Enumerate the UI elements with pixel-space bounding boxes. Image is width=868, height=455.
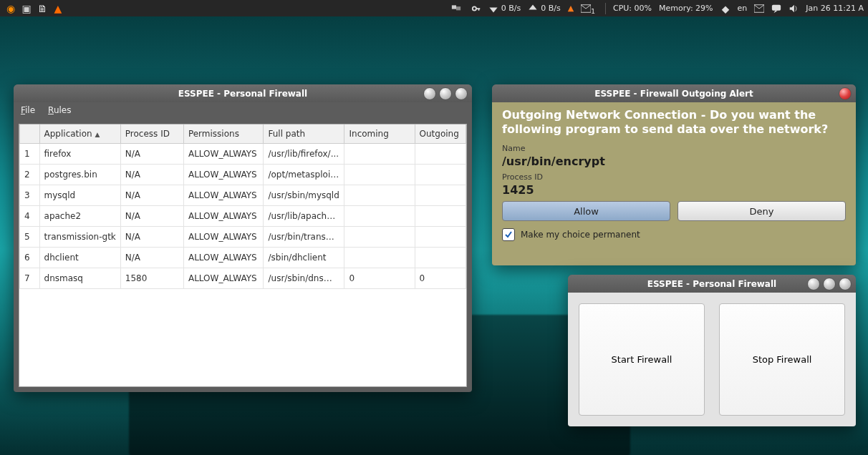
sort-asc-icon: ▲ — [95, 131, 100, 138]
cell-n: 6 — [20, 248, 40, 268]
close-button[interactable] — [455, 87, 468, 100]
cell-out — [415, 248, 466, 268]
table-row[interactable]: 4apache2N/AALLOW_ALWAYS/usr/lib/apache2.… — [20, 206, 466, 227]
terminal-icon[interactable]: ▣ — [20, 2, 33, 15]
tray-separator — [605, 3, 606, 14]
cell-perm: ALLOW_ALWAYS — [183, 185, 264, 206]
deny-button[interactable]: Deny — [677, 201, 846, 221]
net-down-indicator[interactable]: 0 B/s — [488, 4, 521, 14]
alert-heading: Outgoing Network Connection - Do you wan… — [502, 108, 846, 137]
cell-n: 7 — [20, 268, 40, 289]
messages-icon[interactable] — [754, 4, 764, 14]
cell-n: 1 — [20, 144, 40, 165]
main-window-title: ESSPEE - Personal Firewall — [178, 89, 307, 99]
cell-app: dhclient — [39, 248, 120, 268]
net-down-value: 0 B/s — [501, 4, 521, 13]
col-incoming[interactable]: Incoming — [344, 124, 415, 144]
alert-close-button[interactable] — [839, 87, 852, 100]
memory-indicator[interactable]: Memory: 29% — [659, 4, 713, 13]
cell-perm: ALLOW_ALWAYS — [183, 248, 264, 268]
cell-out: 0 — [415, 268, 466, 289]
cell-app: dnsmasq — [39, 268, 120, 289]
eraser-icon[interactable] — [720, 4, 730, 14]
menu-rules[interactable]: Rules — [48, 105, 71, 115]
net-up-value: 0 B/s — [541, 4, 560, 13]
clock[interactable]: Jan 26 11:21 A — [806, 4, 864, 13]
maximize-button[interactable] — [439, 87, 452, 100]
cell-pid: N/A — [120, 165, 183, 185]
minimize-button[interactable] — [807, 278, 820, 290]
firefox-icon[interactable]: ◉ — [4, 2, 17, 15]
cell-out — [415, 227, 466, 248]
cell-perm: ALLOW_ALWAYS — [183, 227, 264, 248]
alert-pid-value: 1425 — [502, 183, 846, 197]
permanent-checkbox[interactable] — [502, 228, 515, 241]
start-firewall-button[interactable]: Start Firewall — [579, 303, 705, 416]
cell-app: transmission-gtk — [39, 227, 120, 248]
col-outgoing[interactable]: Outgoing — [415, 124, 466, 144]
chat-icon[interactable] — [771, 4, 781, 14]
network-manager-icon[interactable] — [451, 2, 461, 14]
cell-path: /sbin/dhclient — [264, 248, 344, 268]
flame-icon[interactable]: ▲ — [52, 2, 64, 15]
cell-n: 4 — [20, 206, 40, 227]
firewall-alert-window: ESSPEE - Firewall Outgoing Alert Outgoin… — [492, 84, 856, 265]
svg-point-2 — [473, 6, 476, 10]
minimize-button[interactable] — [423, 87, 436, 100]
cell-pid: 1580 — [120, 268, 183, 289]
table-row[interactable]: 3mysqldN/AALLOW_ALWAYS/usr/sbin/mysqld — [20, 185, 466, 206]
cell-n: 5 — [20, 227, 40, 248]
col-full-path[interactable]: Full path — [264, 124, 344, 144]
cell-app: apache2 — [39, 206, 120, 227]
alert-window-title: ESSPEE - Firewall Outgoing Alert — [594, 89, 753, 99]
stop-firewall-button[interactable]: Stop Firewall — [719, 303, 845, 416]
table-row[interactable]: 1firefoxN/AALLOW_ALWAYS/usr/lib/firefox/… — [20, 144, 466, 165]
mail-indicator[interactable]: 1 — [581, 4, 598, 14]
col-application[interactable]: Application▲ — [39, 124, 120, 144]
files-icon[interactable]: 🗎 — [36, 2, 49, 15]
table-row[interactable]: 6dhclientN/AALLOW_ALWAYS/sbin/dhclient — [20, 248, 466, 268]
menu-file[interactable]: File — [21, 105, 35, 115]
cell-inc — [344, 248, 415, 268]
volume-icon[interactable] — [789, 4, 799, 14]
col-index[interactable] — [20, 124, 40, 144]
firewall-icon[interactable]: ▲ — [568, 4, 574, 13]
table-row[interactable]: 5transmission-gtkN/AALLOW_ALWAYS/usr/bin… — [20, 227, 466, 248]
cell-inc — [344, 206, 415, 227]
firewall-main-window: ESSPEE - Personal Firewall File Rules Ap… — [14, 84, 472, 392]
key-icon[interactable] — [471, 4, 481, 14]
svg-rect-5 — [772, 4, 781, 10]
cell-n: 2 — [20, 165, 40, 185]
cell-out — [415, 144, 466, 165]
alert-name-value: /usr/bin/encrypt — [502, 155, 846, 168]
cell-app: firefox — [39, 144, 120, 165]
col-permissions[interactable]: Permissions — [183, 124, 264, 144]
maximize-button[interactable] — [823, 278, 836, 290]
allow-button[interactable]: Allow — [502, 201, 670, 221]
cell-pid: N/A — [120, 144, 183, 165]
cell-inc: 0 — [344, 268, 415, 289]
permanent-label: Make my choice permanent — [521, 230, 640, 240]
cpu-indicator[interactable]: CPU: 00% — [613, 4, 652, 13]
menubar: File Rules — [14, 102, 472, 118]
close-button[interactable] — [839, 278, 852, 290]
net-up-indicator[interactable]: 0 B/s — [528, 4, 560, 14]
cell-out — [415, 185, 466, 206]
table-row[interactable]: 2postgres.binN/AALLOW_ALWAYS/opt/metaspl… — [20, 165, 466, 185]
rules-table: Application▲ Process ID Permissions Full… — [19, 124, 466, 289]
cell-pid: N/A — [120, 206, 183, 227]
alert-body: Outgoing Network Connection - Do you wan… — [492, 102, 856, 265]
cell-perm: ALLOW_ALWAYS — [183, 206, 264, 227]
keyboard-lang[interactable]: en — [738, 4, 748, 13]
checkmark-icon — [504, 230, 513, 239]
cell-path: /usr/sbin/mysqld — [264, 185, 344, 206]
alert-titlebar[interactable]: ESSPEE - Firewall Outgoing Alert — [492, 84, 856, 102]
cell-pid: N/A — [120, 185, 183, 206]
cell-perm: ALLOW_ALWAYS — [183, 144, 264, 165]
table-row[interactable]: 7dnsmasq1580ALLOW_ALWAYS/usr/sbin/dnsmas… — [20, 268, 466, 289]
cell-path: /usr/lib/firefox/... — [264, 144, 344, 165]
ctrl-titlebar[interactable]: ESSPEE - Personal Firewall — [568, 275, 856, 293]
col-process-id[interactable]: Process ID — [120, 124, 183, 144]
cell-inc — [344, 165, 415, 185]
main-titlebar[interactable]: ESSPEE - Personal Firewall — [14, 84, 472, 102]
